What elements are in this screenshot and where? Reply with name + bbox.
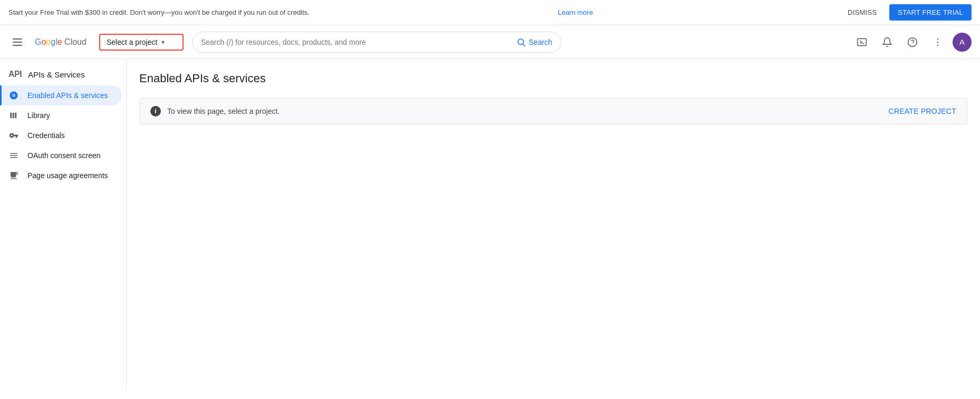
svg-point-6: [937, 38, 939, 40]
sidebar-item-label: Page usage agreements: [27, 171, 108, 180]
sidebar-item-label: Enabled APIs & services: [27, 91, 108, 100]
sidebar-item-label: Credentials: [27, 131, 65, 140]
search-icon: [516, 37, 526, 47]
library-icon: [8, 111, 19, 120]
sidebar-item-credentials[interactable]: Credentials: [0, 125, 122, 145]
start-free-button[interactable]: START FREE TRIAL: [889, 4, 972, 21]
google-cloud-logo[interactable]: Google Cloud: [35, 37, 87, 47]
terminal-icon: [857, 37, 867, 47]
cloud-shell-button[interactable]: [851, 32, 872, 53]
logo-text: Google Cloud: [35, 37, 87, 47]
svg-point-7: [937, 41, 939, 43]
svg-point-0: [518, 39, 524, 45]
api-header-icon: API: [8, 70, 22, 79]
info-icon: i: [150, 106, 161, 116]
page-usage-icon: [8, 171, 19, 180]
chevron-down-icon: ▾: [161, 38, 165, 46]
header-actions: A: [851, 32, 972, 53]
sidebar-item-page-usage[interactable]: Page usage agreements: [0, 166, 122, 186]
search-input[interactable]: [201, 38, 516, 46]
notifications-button[interactable]: [877, 32, 898, 53]
sidebar-item-library[interactable]: Library: [0, 105, 122, 125]
help-icon: [907, 37, 918, 47]
info-banner: i To view this page, select a project. C…: [139, 98, 967, 124]
hamburger-line: [13, 38, 22, 40]
create-project-button[interactable]: CREATE PROJECT: [889, 107, 956, 115]
oauth-icon: [8, 151, 19, 160]
sidebar-item-oauth[interactable]: OAuth consent screen: [0, 145, 122, 166]
more-vert-icon: [933, 37, 943, 47]
search-bar: Search: [192, 32, 561, 53]
top-banner: Start your Free Trial with $300 in credi…: [0, 0, 980, 25]
project-selector-label: Select a project: [107, 38, 158, 46]
banner-text: Start your Free Trial with $300 in credi…: [8, 8, 310, 16]
svg-line-1: [523, 44, 525, 46]
search-label: Search: [529, 38, 552, 46]
content-wrapper: API APIs & Services Enabled APIs & servi…: [0, 59, 980, 391]
sidebar-item-label: Library: [27, 111, 50, 120]
dismiss-button[interactable]: DISMISS: [841, 5, 883, 20]
banner-actions: DISMISS START FREE TRIAL: [841, 4, 972, 21]
search-button[interactable]: Search: [516, 37, 552, 47]
sidebar: API APIs & Services Enabled APIs & servi…: [0, 59, 127, 391]
enabled-apis-icon: [8, 91, 19, 100]
svg-point-8: [937, 44, 939, 46]
main-header: Google Cloud Select a project ▾ Search: [0, 25, 980, 59]
more-options-button[interactable]: [927, 32, 948, 53]
info-banner-left: i To view this page, select a project.: [150, 106, 280, 116]
sidebar-title: APIs & Services: [28, 70, 85, 79]
hamburger-line: [13, 45, 22, 46]
credentials-icon: [8, 131, 19, 140]
hamburger-menu-button[interactable]: [8, 34, 26, 50]
learn-more-link[interactable]: Learn more: [558, 8, 593, 16]
sidebar-header: API APIs & Services: [0, 63, 126, 85]
sidebar-item-enabled-apis[interactable]: Enabled APIs & services: [0, 85, 122, 105]
page-title: Enabled APIs & services: [139, 72, 967, 85]
bell-icon: [882, 37, 892, 47]
user-avatar-button[interactable]: A: [953, 33, 972, 52]
sidebar-item-label: OAuth consent screen: [27, 151, 101, 160]
info-message: To view this page, select a project.: [167, 107, 280, 115]
hamburger-line: [13, 42, 22, 43]
main-content: Enabled APIs & services i To view this p…: [127, 59, 980, 391]
help-button[interactable]: [902, 32, 923, 53]
project-selector-button[interactable]: Select a project ▾: [99, 34, 184, 51]
